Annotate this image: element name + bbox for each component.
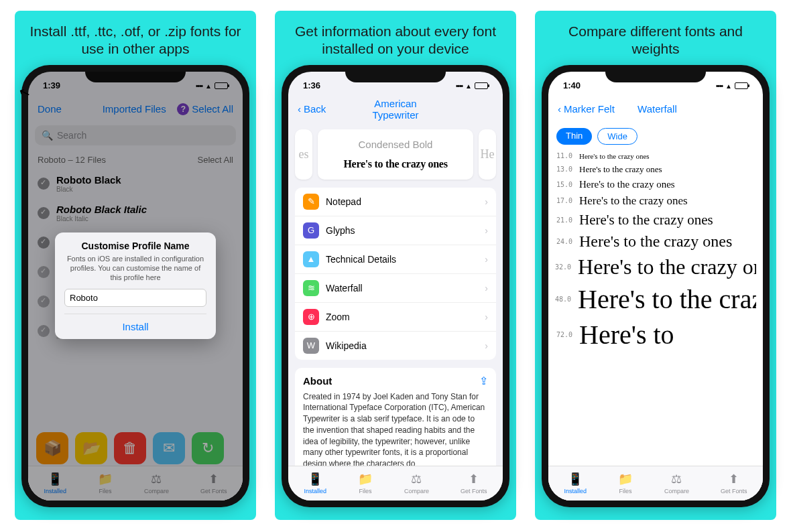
back-button[interactable]: ‹Marker Felt xyxy=(558,103,615,115)
prev-style-button[interactable]: es xyxy=(295,129,312,180)
waterfall-text: Here's to the crazy ones xyxy=(579,194,688,208)
waterfall-text: Here's to xyxy=(579,319,674,350)
chevron-right-icon: › xyxy=(485,225,488,236)
back-button[interactable]: ‹Back xyxy=(298,103,351,115)
tool-icon: G xyxy=(303,222,319,239)
tab-icon: ⚖ xyxy=(671,472,682,486)
tab-icon: 📱 xyxy=(568,472,583,486)
tab-label: Files xyxy=(619,488,631,494)
waterfall-text: Here's to the crazy ones xyxy=(579,179,675,190)
pill-thin[interactable]: Thin xyxy=(556,128,592,145)
tool-icon: W xyxy=(303,338,319,354)
size-label: 72.0 xyxy=(555,331,572,338)
chevron-right-icon: › xyxy=(485,196,488,207)
chevron-left-icon: ‹ xyxy=(558,103,561,115)
phone-frame-1: 1:39 Done Imported Files ?Select All 🔍 S… xyxy=(21,65,249,507)
phone-frame-2: 1:36 ‹Back American Typewriter es Conden… xyxy=(282,65,509,507)
chevron-right-icon: › xyxy=(485,340,488,351)
nav-bar: ‹Marker Felt Waterfall xyxy=(548,96,763,123)
waterfall-text: Here's to the crazy ones xyxy=(578,283,756,315)
phone-frame-3: 1:40 ‹Marker Felt Waterfall Thin Wide 11… xyxy=(542,65,770,507)
about-card: About ⇪ Created in 1974 by Joel Kaden an… xyxy=(295,368,496,477)
battery-icon xyxy=(735,82,748,89)
tab-compare[interactable]: ⚖Compare xyxy=(664,472,689,494)
status-time: 1:40 xyxy=(563,80,581,90)
profile-name-alert: Customise Profile Name Fonts on iOS are … xyxy=(55,232,216,340)
tool-glyphs[interactable]: GGlyphs› xyxy=(295,216,496,245)
promo-panel-1: ↖ Install .ttf, .ttc, .otf, or .zip font… xyxy=(15,11,256,520)
size-label: 24.0 xyxy=(555,238,572,245)
style-name: Condensed Bold xyxy=(323,139,468,150)
waterfall-text: Here's to the crazy ones xyxy=(579,164,662,175)
tool-label: Wikipedia xyxy=(326,340,367,351)
waterfall-text: Here's to the crazy ones xyxy=(578,255,756,279)
share-icon[interactable]: ⇪ xyxy=(479,375,488,387)
tab-installed[interactable]: 📱Installed xyxy=(564,472,587,494)
waterfall-row: 17.0Here's to the crazy ones xyxy=(548,192,763,210)
tool-zoom[interactable]: ⊕Zoom› xyxy=(295,303,496,332)
tab-icon: ⚖ xyxy=(411,472,422,486)
tab-label: Get Fonts xyxy=(461,488,487,494)
tool-notepad[interactable]: ✎Notepad› xyxy=(295,188,496,216)
tab-icon: 📱 xyxy=(308,472,322,486)
chevron-right-icon: › xyxy=(485,312,488,322)
waterfall-row: 24.0Here's to the crazy ones xyxy=(548,230,763,253)
tools-list: ✎Notepad›GGlyphs›▲Technical Details›≋Wat… xyxy=(295,188,496,360)
size-label: 11.0 xyxy=(555,152,572,159)
nav-title: American Typewriter xyxy=(351,98,440,121)
size-label: 13.0 xyxy=(555,165,572,173)
tab-label: Compare xyxy=(664,488,689,494)
waterfall-row: 11.0Here's to the crazy ones xyxy=(548,150,763,162)
nav-bar: ‹Back American Typewriter xyxy=(288,96,503,123)
about-text: Created in 1974 by Joel Kaden and Tony S… xyxy=(303,391,488,470)
tab-label: Compare xyxy=(404,488,429,494)
waterfall-row: 48.0Here's to the crazy ones xyxy=(548,281,763,317)
tool-icon: ✎ xyxy=(303,194,319,210)
tab-icon: ⬆ xyxy=(469,472,479,486)
size-label: 32.0 xyxy=(555,263,571,271)
tab-get-fonts[interactable]: ⬆Get Fonts xyxy=(461,472,487,494)
tool-waterfall[interactable]: ≋Waterfall› xyxy=(295,274,496,303)
tab-bar: 📱Installed📁Files⚖Compare⬆Get Fonts xyxy=(548,466,763,501)
waterfall-text: Here's to the crazy ones xyxy=(579,152,650,160)
waterfall-row: 15.0Here's to the crazy ones xyxy=(548,177,763,192)
panel3-caption: Compare different fonts and weights xyxy=(535,17,776,65)
wifi-icon xyxy=(725,80,732,90)
waterfall-row: 21.0Here's to the crazy ones xyxy=(548,210,763,230)
about-title: About xyxy=(303,375,332,387)
signal-icon xyxy=(456,80,463,90)
tab-files[interactable]: 📁Files xyxy=(618,472,633,494)
waterfall-text: Here's to the crazy ones xyxy=(579,232,732,251)
tool-label: Glyphs xyxy=(326,225,355,236)
tool-icon: ▲ xyxy=(303,251,319,267)
nav-title: Waterfall xyxy=(615,103,700,115)
battery-icon xyxy=(475,82,488,89)
font-preview-card: es Condensed Bold Here's to the crazy on… xyxy=(295,129,496,180)
tab-files[interactable]: 📁Files xyxy=(358,472,373,494)
tab-installed[interactable]: 📱Installed xyxy=(304,472,326,494)
panel1-caption: Install .ttf, .ttc, .otf, or .zip fonts … xyxy=(15,17,256,65)
tool-wikipedia[interactable]: WWikipedia› xyxy=(295,332,496,360)
alert-title: Customise Profile Name xyxy=(64,241,206,251)
modal-overlay: Customise Profile Name Fonts on iOS are … xyxy=(28,72,243,501)
profile-name-input[interactable] xyxy=(64,289,206,307)
chevron-right-icon: › xyxy=(485,254,488,265)
tab-get-fonts[interactable]: ⬆Get Fonts xyxy=(721,472,747,494)
tab-label: Get Fonts xyxy=(721,488,747,494)
tab-label: Installed xyxy=(564,488,587,494)
pill-wide[interactable]: Wide xyxy=(597,128,637,145)
promo-panel-2: Get information about every font install… xyxy=(275,11,516,520)
tool-label: Technical Details xyxy=(326,254,396,265)
notch xyxy=(345,65,446,82)
signal-icon xyxy=(716,80,723,90)
tab-compare[interactable]: ⚖Compare xyxy=(404,472,429,494)
waterfall-list[interactable]: 11.0Here's to the crazy ones13.0Here's t… xyxy=(548,150,763,501)
install-button[interactable]: Install xyxy=(64,314,206,339)
size-label: 17.0 xyxy=(555,197,572,204)
size-label: 21.0 xyxy=(555,216,572,224)
chevron-left-icon: ‹ xyxy=(298,103,301,115)
tool-icon: ≋ xyxy=(303,280,319,296)
next-style-button[interactable]: He xyxy=(479,129,496,180)
waterfall-text: Here's to the crazy ones xyxy=(579,212,713,228)
tool-technical-details[interactable]: ▲Technical Details› xyxy=(295,245,496,274)
